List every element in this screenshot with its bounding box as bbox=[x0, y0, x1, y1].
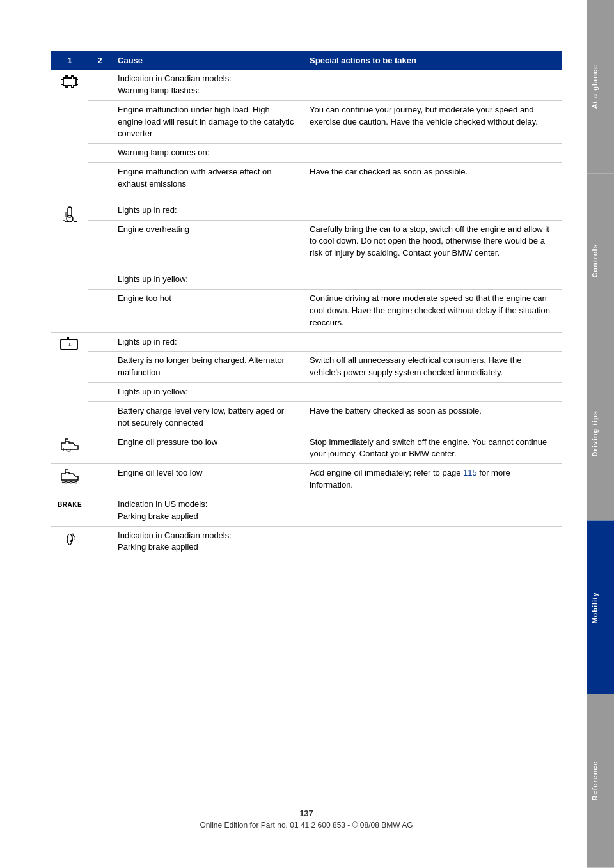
battery-icon: + bbox=[60, 336, 79, 352]
right-sidebar: At a glance Controls Driving tips Mobili… bbox=[587, 0, 614, 868]
oil-pressure-icon-cell bbox=[51, 433, 88, 464]
oil-pressure-cause: Engine oil pressure too low bbox=[111, 433, 303, 464]
header-col4: Special actions to be taken bbox=[303, 51, 562, 70]
header-col2: 2 bbox=[88, 51, 111, 70]
svg-text:+: + bbox=[68, 341, 72, 348]
col2-empty12 bbox=[88, 495, 111, 526]
col2-empty11 bbox=[88, 464, 111, 495]
col2-empty2 bbox=[88, 144, 111, 163]
page-footer: 137 Online Edition for Part no. 01 41 2 … bbox=[51, 789, 562, 830]
col2-empty bbox=[88, 100, 111, 144]
table-row: Engine oil pressure too low Stop immedia… bbox=[51, 433, 562, 464]
engine-warn-icon-cell bbox=[51, 70, 88, 201]
sidebar-tab-mobility[interactable]: Mobility bbox=[587, 521, 614, 695]
table-row: Indication in Canadian models: Warning l… bbox=[51, 70, 562, 100]
battery-lights-yellow-label: Lights up in yellow: bbox=[111, 383, 303, 402]
table-row: BRAKE Indication in US models: Parking b… bbox=[51, 495, 562, 526]
engine-overheating-action: Carefully bring the car to a stop, switc… bbox=[303, 220, 562, 263]
oil-level-page-link[interactable]: 115 bbox=[463, 468, 477, 477]
table-row: Lights up in yellow: bbox=[51, 383, 562, 402]
table-row: Warning lamp comes on: bbox=[51, 144, 562, 163]
sidebar-tab-reference[interactable]: Reference bbox=[587, 694, 614, 868]
sidebar-tab-controls[interactable]: Controls bbox=[587, 174, 614, 348]
parking-canada-cause: Indication in Canadian models: Parking b… bbox=[111, 526, 303, 557]
engine-temp-icon bbox=[60, 205, 79, 224]
battery-low-charge-cause: Battery charge level very low, battery a… bbox=[111, 401, 303, 433]
engine-temp-icon-cell bbox=[51, 201, 88, 332]
table-row: Lights up in yellow: bbox=[51, 270, 562, 290]
battery-col2-empty bbox=[88, 332, 111, 352]
battery-no-charge-cause: Battery is no longer being charged. Alte… bbox=[111, 352, 303, 383]
table-row: Engine overheating Carefully bring the c… bbox=[51, 220, 562, 263]
table-row: + Lights up in red: bbox=[51, 332, 562, 352]
sidebar-tab-at-glance[interactable]: At a glance bbox=[587, 0, 614, 174]
table-row: Lights up in red: bbox=[51, 201, 562, 220]
col2-empty4 bbox=[88, 220, 111, 263]
engine-exhaust-cause: Engine malfunction with adverse effect o… bbox=[111, 163, 303, 194]
engine-warn-cause-canadian: Indication in Canadian models: Warning l… bbox=[111, 70, 303, 100]
col2-empty9 bbox=[88, 401, 111, 433]
temp-lights-red-action-empty bbox=[303, 201, 562, 220]
table-row: Engine malfunction under high load. High… bbox=[51, 100, 562, 144]
parking-us-action-empty bbox=[303, 495, 562, 526]
table-row: (𝅘𝅥𝅮) Indication in Canadian models: Parki… bbox=[51, 526, 562, 557]
engine-too-hot-cause: Engine too hot bbox=[111, 289, 303, 332]
table-row: Engine oil level too low Add engine oil … bbox=[51, 464, 562, 495]
oil-pressure-action: Stop immediately and switch off the engi… bbox=[303, 433, 562, 464]
battery-lights-red-action-empty bbox=[303, 332, 562, 352]
battery-low-charge-action: Have the battery checked as soon as poss… bbox=[303, 401, 562, 433]
oil-level-icon bbox=[60, 467, 79, 484]
brake-text-icon: BRAKE bbox=[58, 501, 82, 508]
battery-lights-red-label: Lights up in red: bbox=[111, 332, 303, 352]
battery-icon-cell: + bbox=[51, 332, 88, 433]
parking-canada-indication: Indication in Canadian models: bbox=[118, 531, 232, 540]
engine-too-hot-action: Continue driving at more moderate speed … bbox=[303, 289, 562, 332]
sidebar-tab-controls-label: Controls bbox=[591, 244, 599, 277]
table-row: Engine malfunction with adverse effect o… bbox=[51, 163, 562, 194]
oil-pressure-icon bbox=[60, 437, 79, 453]
sidebar-tab-at-glance-label: At a glance bbox=[591, 65, 599, 109]
parking-us-icon-cell: BRAKE bbox=[51, 495, 88, 526]
table-row: Engine too hot Continue driving at more … bbox=[51, 289, 562, 332]
col2-empty13 bbox=[88, 526, 111, 557]
col2-empty3 bbox=[88, 163, 111, 194]
battery-lights-yellow-action-empty bbox=[303, 383, 562, 402]
engine-malfunction-highload-action: You can continue your journey, but moder… bbox=[303, 100, 562, 144]
sidebar-tab-mobility-label: Mobility bbox=[591, 592, 599, 624]
temp-lights-yellow-action-empty bbox=[303, 270, 562, 290]
header-col3: Cause bbox=[111, 51, 303, 70]
col2-empty10 bbox=[88, 433, 111, 464]
engine-exhaust-action: Have the car checked as soon as possible… bbox=[303, 163, 562, 194]
indication-canadian-label: Indication in Canadian models: bbox=[118, 74, 232, 83]
warning-lamp-on-action-empty bbox=[303, 144, 562, 163]
col2-empty8 bbox=[88, 383, 111, 402]
page-number: 137 bbox=[51, 809, 562, 818]
warning-lamp-on-label: Warning lamp comes on: bbox=[111, 144, 303, 163]
header-col1: 1 bbox=[51, 51, 88, 70]
parking-canada-icon-cell: (𝅘𝅥𝅮) bbox=[51, 526, 88, 557]
parking-us-indication: Indication in US models: bbox=[118, 499, 207, 509]
parking-canada-detail: Parking brake applied bbox=[118, 542, 198, 552]
table-row-spacer2 bbox=[51, 263, 562, 270]
parking-canadian-icon: (𝅘𝅥𝅮) bbox=[66, 532, 74, 545]
col2-empty6 bbox=[88, 289, 111, 332]
col2-empty5 bbox=[88, 270, 111, 290]
table-row: Battery charge level very low, battery a… bbox=[51, 401, 562, 433]
main-table: 1 2 Cause Special actions to be taken bbox=[51, 51, 562, 557]
main-content: 1 2 Cause Special actions to be taken bbox=[0, 0, 587, 868]
parking-us-detail: Parking brake applied bbox=[118, 511, 198, 521]
sidebar-tab-driving-tips-label: Driving tips bbox=[591, 411, 599, 458]
footer-text: Online Edition for Part no. 01 41 2 600 … bbox=[200, 821, 413, 830]
oil-level-action: Add engine oil immediately; refer to pag… bbox=[303, 464, 562, 495]
sidebar-tab-driving-tips[interactable]: Driving tips bbox=[587, 347, 614, 521]
oil-level-icon-cell bbox=[51, 464, 88, 495]
warning-lamp-flashes-label: Warning lamp flashes: bbox=[118, 86, 200, 95]
engine-warn-icon bbox=[61, 73, 79, 91]
temp-lights-yellow-label: Lights up in yellow: bbox=[111, 270, 303, 290]
parking-us-cause: Indication in US models: Parking brake a… bbox=[111, 495, 303, 526]
page-container: 1 2 Cause Special actions to be taken bbox=[0, 0, 614, 868]
table-row: Battery is no longer being charged. Alte… bbox=[51, 352, 562, 383]
battery-no-charge-action: Switch off all unnecessary electrical co… bbox=[303, 352, 562, 383]
engine-warn-action-empty1 bbox=[303, 70, 562, 100]
table-row-spacer1 bbox=[51, 194, 562, 201]
